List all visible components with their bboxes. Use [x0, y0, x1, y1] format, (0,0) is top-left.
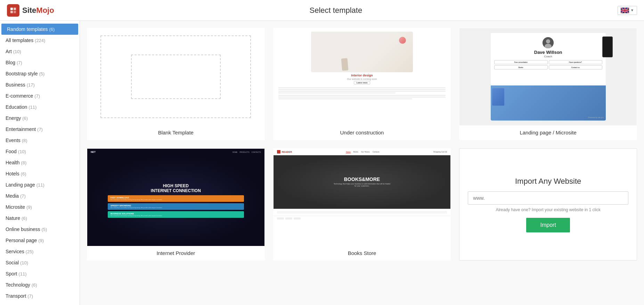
template-card-blank[interactable]: Blank Template [87, 28, 265, 140]
sidebar-item-personal-page[interactable]: Personal page (9) [0, 235, 80, 246]
flag-icon [621, 8, 629, 13]
lp-btn-books: Books [494, 65, 548, 69]
uc-preview-area: Interior design Our website is coming so… [274, 28, 451, 125]
int-logo: NET [91, 151, 96, 153]
sidebar-item-art[interactable]: Art (10) [0, 46, 80, 57]
template-card-internet[interactable]: NET HOME PRODUCTS CONTACTS HIGH SPEED IN… [87, 148, 265, 261]
sidebar-item-ecommerce[interactable]: E-commerce (7) [0, 90, 80, 101]
books-filter-item [294, 217, 301, 220]
lp-btn-contact: Contact us [549, 65, 602, 69]
books-logo-icon [277, 150, 280, 154]
lp-name: Dave Willson [534, 50, 562, 55]
int-body: HIGH SPEED INTERNET CONNECTION FAST DOWN… [87, 155, 264, 246]
page-title: Select template [310, 6, 362, 15]
sidebar-item-landing-page[interactable]: Landing page (11) [0, 179, 80, 190]
template-preview-under-construction: Interior design Our website is coming so… [274, 28, 451, 125]
books-logo: READER [277, 150, 292, 154]
template-card-books[interactable]: READER Home Books Our History Contacts S… [273, 148, 451, 261]
uc-line [278, 87, 446, 88]
sidebar-item-services[interactable]: Services (25) [0, 246, 80, 257]
sidebar-item-travel[interactable]: Travel (9) [0, 302, 80, 305]
uc-text-lines [277, 86, 447, 100]
books-logo-text: READER [282, 151, 292, 153]
sidebar-item-bootstrap-style[interactable]: Bootstrap style (5) [0, 68, 80, 79]
svg-point-6 [546, 39, 550, 43]
sidebar-item-social[interactable]: Social (10) [0, 257, 80, 268]
books-filter-item [277, 217, 284, 220]
internet-preview-area: NET HOME PRODUCTS CONTACTS HIGH SPEED IN… [87, 149, 264, 246]
sidebar-item-random-templates[interactable]: Random templates (6) [1, 24, 78, 35]
svg-rect-2 [10, 11, 13, 13]
sidebar-item-sport[interactable]: Sport (11) [0, 268, 80, 279]
sidebar: Random templates (6) All templates (224)… [0, 21, 80, 305]
sidebar-item-online-business[interactable]: Online business (5) [0, 224, 80, 235]
template-card-import: Import Any Website Already have one? Imp… [459, 148, 637, 261]
blank-template-area [87, 28, 264, 125]
sidebar-item-education[interactable]: Education (11) [0, 101, 80, 113]
sidebar-item-events[interactable]: Events (8) [0, 135, 80, 146]
lp-phone-image [602, 36, 613, 57]
books-nav-history: Our History [361, 151, 370, 153]
uc-line [278, 89, 446, 90]
lp-avatar [543, 37, 554, 48]
lp-buttons: Free consultation Have questions? Books … [494, 60, 602, 69]
template-name-landing: Landing page / Microsite [459, 125, 637, 140]
uc-btn: Latest news [354, 81, 370, 84]
lp-btn-consultation: Free consultation [494, 60, 548, 64]
template-preview-blank [87, 28, 264, 125]
lp-btn-questions: Have questions? [549, 60, 602, 64]
int-nav: HOME PRODUCTS CONTACTS [232, 151, 261, 153]
int-header: NET HOME PRODUCTS CONTACTS [87, 149, 264, 155]
lp-role: Coach [544, 55, 552, 58]
import-button[interactable]: Import [526, 218, 570, 232]
import-title: Import Any Website [515, 177, 581, 186]
chevron-down-icon: ▼ [630, 8, 634, 12]
template-card-landing-microsite[interactable]: Dave Willson Coach Free consultation Hav… [459, 28, 637, 140]
int-nav-home: HOME [232, 151, 237, 153]
uc-line [278, 95, 446, 96]
sidebar-item-entertainment[interactable]: Entertainment (7) [0, 124, 80, 135]
logo-icon [7, 4, 19, 17]
uc-line [278, 97, 446, 98]
sidebar-item-business[interactable]: Business (17) [0, 79, 80, 90]
lp-bg-image [491, 85, 606, 121]
import-input-wrapper: Already have one? Import your existing w… [468, 191, 628, 212]
sidebar-item-media[interactable]: Media (7) [0, 190, 80, 201]
sidebar-item-health[interactable]: Health (8) [0, 157, 80, 168]
sidebar-item-hotels[interactable]: Hotels (6) [0, 168, 80, 179]
svg-rect-3 [14, 11, 16, 13]
books-search-input [277, 211, 447, 214]
sidebar-item-blog[interactable]: Blog (7) [0, 57, 80, 68]
int-nav-contacts: CONTACTS [252, 151, 261, 153]
svg-rect-0 [10, 8, 13, 10]
import-url-input[interactable] [468, 191, 628, 205]
books-hero: BOOKS&MORE Technology that helps your bu… [274, 155, 451, 209]
books-nav: Home Books Our History Contacts [346, 151, 379, 153]
import-hint: Already have one? Import your existing w… [468, 207, 628, 212]
books-filter-item [285, 217, 292, 220]
lp-card: Dave Willson Coach Free consultation Hav… [491, 33, 606, 121]
sidebar-item-transport[interactable]: Transport (7) [0, 290, 80, 302]
books-nav-books: Books [353, 151, 358, 153]
blank-inner-dash [131, 55, 221, 99]
int-card-blue: SPEEDY BROWSING Our company is constantl… [108, 203, 244, 210]
uc-image [311, 32, 413, 72]
logo[interactable]: SiteMojo [7, 4, 54, 17]
uc-line [278, 91, 446, 92]
template-card-under-construction[interactable]: Interior design Our website is coming so… [273, 28, 451, 140]
uc-subtext: Our website is coming soon [347, 78, 377, 80]
template-name-under-construction: Under construction [274, 125, 451, 140]
books-filter-row [274, 216, 451, 221]
blank-outer-dash [100, 35, 251, 118]
books-search-area [274, 209, 451, 216]
sidebar-item-technology[interactable]: Technology (6) [0, 279, 80, 290]
template-name-internet: Internet Provider [87, 246, 264, 260]
sidebar-item-energy[interactable]: Energy (6) [0, 113, 80, 124]
sidebar-item-food[interactable]: Food (10) [0, 146, 80, 157]
sidebar-item-all-templates[interactable]: All templates (224) [0, 35, 80, 46]
language-selector[interactable]: ▼ [618, 6, 637, 15]
template-name-blank: Blank Template [87, 125, 264, 140]
sidebar-item-nature[interactable]: Nature (6) [0, 213, 80, 224]
sidebar-item-microsite[interactable]: Microsite (9) [0, 201, 80, 213]
template-name-books: Books Store [274, 246, 451, 260]
